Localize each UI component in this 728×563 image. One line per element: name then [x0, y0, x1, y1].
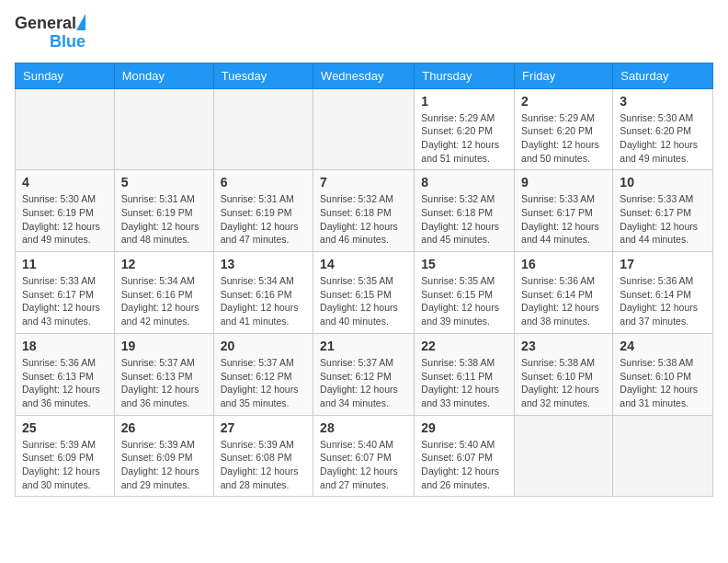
- day-number: 16: [521, 257, 606, 271]
- day-info: Sunrise: 5:39 AMSunset: 6:08 PMDaylight:…: [221, 438, 306, 492]
- day-info: Sunrise: 5:35 AMSunset: 6:15 PMDaylight:…: [421, 274, 507, 328]
- day-info: Sunrise: 5:38 AMSunset: 6:10 PMDaylight:…: [521, 356, 606, 410]
- day-number: 7: [320, 175, 407, 190]
- day-number: 9: [521, 175, 606, 190]
- day-number: 21: [320, 339, 407, 353]
- calendar-cell: 22Sunrise: 5:38 AMSunset: 6:11 PMDayligh…: [415, 333, 515, 415]
- calendar-cell: 21Sunrise: 5:37 AMSunset: 6:12 PMDayligh…: [313, 333, 415, 415]
- calendar-header-monday: Monday: [114, 63, 213, 88]
- day-info: Sunrise: 5:39 AMSunset: 6:09 PMDaylight:…: [121, 438, 207, 492]
- calendar-cell: 28Sunrise: 5:40 AMSunset: 6:07 PMDayligh…: [313, 415, 415, 497]
- day-info: Sunrise: 5:39 AMSunset: 6:09 PMDaylight:…: [22, 438, 108, 492]
- calendar-cell: 15Sunrise: 5:35 AMSunset: 6:15 PMDayligh…: [415, 252, 515, 334]
- day-number: 25: [22, 420, 108, 435]
- day-info: Sunrise: 5:35 AMSunset: 6:15 PMDaylight:…: [320, 274, 407, 328]
- day-info: Sunrise: 5:29 AMSunset: 6:20 PMDaylight:…: [421, 111, 507, 166]
- day-number: 1: [421, 94, 507, 109]
- calendar-header-thursday: Thursday: [415, 63, 515, 88]
- day-number: 27: [221, 420, 306, 435]
- day-number: 3: [620, 94, 706, 109]
- calendar-week-row: 18Sunrise: 5:36 AMSunset: 6:13 PMDayligh…: [16, 333, 713, 415]
- calendar-cell: 11Sunrise: 5:33 AMSunset: 6:17 PMDayligh…: [16, 252, 115, 334]
- day-number: 14: [320, 257, 407, 271]
- calendar-cell: 1Sunrise: 5:29 AMSunset: 6:20 PMDaylight…: [415, 88, 515, 170]
- day-number: 12: [121, 257, 207, 271]
- day-number: 20: [221, 339, 306, 353]
- calendar-cell: 2Sunrise: 5:29 AMSunset: 6:20 PMDaylight…: [515, 88, 613, 170]
- day-info: Sunrise: 5:32 AMSunset: 6:18 PMDaylight:…: [320, 192, 407, 247]
- calendar-cell: 10Sunrise: 5:33 AMSunset: 6:17 PMDayligh…: [613, 170, 713, 252]
- calendar-week-row: 4Sunrise: 5:30 AMSunset: 6:19 PMDaylight…: [16, 170, 713, 252]
- calendar-cell: 24Sunrise: 5:38 AMSunset: 6:10 PMDayligh…: [613, 333, 713, 415]
- calendar-cell: 29Sunrise: 5:40 AMSunset: 6:07 PMDayligh…: [415, 415, 515, 497]
- calendar-cell: 26Sunrise: 5:39 AMSunset: 6:09 PMDayligh…: [114, 415, 213, 497]
- day-info: Sunrise: 5:36 AMSunset: 6:13 PMDaylight:…: [22, 356, 108, 410]
- day-info: Sunrise: 5:32 AMSunset: 6:18 PMDaylight:…: [421, 192, 507, 247]
- calendar-header-row: SundayMondayTuesdayWednesdayThursdayFrid…: [16, 63, 713, 88]
- calendar-cell: 5Sunrise: 5:31 AMSunset: 6:19 PMDaylight…: [114, 170, 213, 252]
- day-info: Sunrise: 5:38 AMSunset: 6:11 PMDaylight:…: [421, 356, 507, 410]
- calendar-cell: 23Sunrise: 5:38 AMSunset: 6:10 PMDayligh…: [515, 333, 613, 415]
- day-number: 10: [620, 175, 706, 190]
- day-info: Sunrise: 5:33 AMSunset: 6:17 PMDaylight:…: [22, 274, 108, 328]
- day-info: Sunrise: 5:36 AMSunset: 6:14 PMDaylight:…: [620, 274, 706, 328]
- calendar-header-tuesday: Tuesday: [213, 63, 313, 88]
- calendar-cell: [313, 88, 415, 170]
- day-info: Sunrise: 5:30 AMSunset: 6:19 PMDaylight:…: [22, 192, 108, 247]
- day-number: 17: [620, 257, 706, 271]
- calendar-week-row: 1Sunrise: 5:29 AMSunset: 6:20 PMDaylight…: [16, 88, 713, 170]
- calendar-cell: 3Sunrise: 5:30 AMSunset: 6:20 PMDaylight…: [613, 88, 713, 170]
- calendar-cell: 12Sunrise: 5:34 AMSunset: 6:16 PMDayligh…: [114, 252, 213, 334]
- day-info: Sunrise: 5:31 AMSunset: 6:19 PMDaylight:…: [121, 192, 207, 247]
- calendar-cell: 18Sunrise: 5:36 AMSunset: 6:13 PMDayligh…: [16, 333, 115, 415]
- calendar-cell: [515, 415, 613, 497]
- day-info: Sunrise: 5:33 AMSunset: 6:17 PMDaylight:…: [521, 192, 606, 247]
- day-info: Sunrise: 5:36 AMSunset: 6:14 PMDaylight:…: [521, 274, 606, 328]
- day-info: Sunrise: 5:31 AMSunset: 6:19 PMDaylight:…: [221, 192, 306, 247]
- calendar-cell: 16Sunrise: 5:36 AMSunset: 6:14 PMDayligh…: [515, 252, 613, 334]
- day-info: Sunrise: 5:34 AMSunset: 6:16 PMDaylight:…: [121, 274, 207, 328]
- calendar-cell: 8Sunrise: 5:32 AMSunset: 6:18 PMDaylight…: [415, 170, 515, 252]
- day-number: 28: [320, 420, 407, 435]
- calendar-cell: 9Sunrise: 5:33 AMSunset: 6:17 PMDaylight…: [515, 170, 613, 252]
- day-number: 29: [421, 420, 507, 435]
- calendar-cell: [213, 88, 313, 170]
- day-info: Sunrise: 5:33 AMSunset: 6:17 PMDaylight:…: [620, 192, 706, 247]
- day-number: 2: [521, 94, 606, 109]
- day-info: Sunrise: 5:38 AMSunset: 6:10 PMDaylight:…: [620, 356, 706, 410]
- calendar-cell: 17Sunrise: 5:36 AMSunset: 6:14 PMDayligh…: [613, 252, 713, 334]
- calendar-cell: 4Sunrise: 5:30 AMSunset: 6:19 PMDaylight…: [16, 170, 115, 252]
- calendar-cell: 6Sunrise: 5:31 AMSunset: 6:19 PMDaylight…: [213, 170, 313, 252]
- calendar-table: SundayMondayTuesdayWednesdayThursdayFrid…: [15, 63, 713, 498]
- day-info: Sunrise: 5:37 AMSunset: 6:13 PMDaylight:…: [121, 356, 207, 410]
- day-number: 22: [421, 339, 507, 353]
- calendar-header-wednesday: Wednesday: [313, 63, 415, 88]
- day-number: 13: [221, 257, 306, 271]
- calendar-cell: 27Sunrise: 5:39 AMSunset: 6:08 PMDayligh…: [213, 415, 313, 497]
- calendar-cell: 19Sunrise: 5:37 AMSunset: 6:13 PMDayligh…: [114, 333, 213, 415]
- page-header: General Blue: [15, 15, 713, 52]
- day-info: Sunrise: 5:40 AMSunset: 6:07 PMDaylight:…: [320, 438, 407, 492]
- calendar-cell: 25Sunrise: 5:39 AMSunset: 6:09 PMDayligh…: [16, 415, 115, 497]
- day-number: 19: [121, 339, 207, 353]
- calendar-header-saturday: Saturday: [613, 63, 713, 88]
- day-number: 11: [22, 257, 108, 271]
- calendar-cell: 14Sunrise: 5:35 AMSunset: 6:15 PMDayligh…: [313, 252, 415, 334]
- day-info: Sunrise: 5:30 AMSunset: 6:20 PMDaylight:…: [620, 111, 706, 166]
- day-info: Sunrise: 5:29 AMSunset: 6:20 PMDaylight:…: [521, 111, 606, 166]
- day-info: Sunrise: 5:37 AMSunset: 6:12 PMDaylight:…: [221, 356, 306, 410]
- day-number: 18: [22, 339, 108, 353]
- calendar-header-friday: Friday: [515, 63, 613, 88]
- logo-triangle-icon: [76, 14, 85, 30]
- calendar-cell: 20Sunrise: 5:37 AMSunset: 6:12 PMDayligh…: [213, 333, 313, 415]
- day-number: 5: [121, 175, 207, 190]
- day-info: Sunrise: 5:37 AMSunset: 6:12 PMDaylight:…: [320, 356, 407, 410]
- calendar-cell: 13Sunrise: 5:34 AMSunset: 6:16 PMDayligh…: [213, 252, 313, 334]
- day-number: 4: [22, 175, 108, 190]
- day-number: 15: [421, 257, 507, 271]
- calendar-cell: [114, 88, 213, 170]
- day-number: 26: [121, 420, 207, 435]
- calendar-cell: [613, 415, 713, 497]
- day-info: Sunrise: 5:40 AMSunset: 6:07 PMDaylight:…: [421, 438, 507, 492]
- calendar-header-sunday: Sunday: [16, 63, 115, 88]
